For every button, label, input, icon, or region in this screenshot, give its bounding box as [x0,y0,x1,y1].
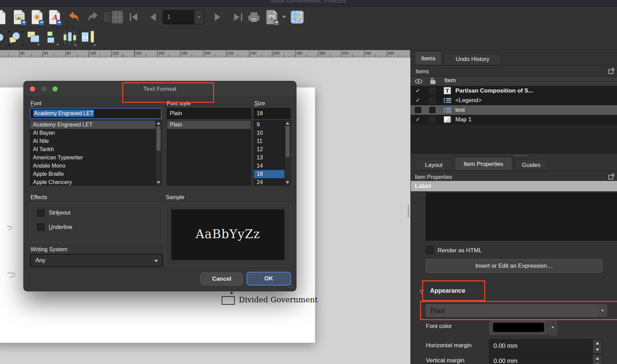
annotation-rect-appearance [422,280,485,301]
sample-preview: AaBbYyZz [171,209,284,260]
export-pdf-icon[interactable]: A [49,10,60,24]
legend-item-label: Divided Government [239,295,318,304]
font-list-item[interactable]: Al Nile [30,137,161,145]
export-layout-icon[interactable] [266,10,277,24]
image-emblem-icon [15,14,23,20]
distribute-items-icon[interactable] [63,31,79,47]
resize-items-icon[interactable] [82,31,97,47]
scrollbar-thumb[interactable] [156,126,161,151]
font-list-item[interactable]: Al Tarikh [30,145,161,154]
panel-splitter-handle[interactable] [514,155,529,156]
toolbar-separator-icon [104,12,109,22]
font-list-item[interactable]: Apple Braille [30,170,161,178]
page-number-dropdown[interactable] [194,10,204,24]
item-label: test [455,105,465,115]
item-row-test[interactable]: test [411,105,617,115]
first-feature-button[interactable] [130,10,141,24]
window-title: State Government Trifectas [0,0,617,4]
float-panel-icon[interactable] [608,69,613,74]
vertical-margin-label: Vertical margin [426,357,464,364]
export-dropdown-caret[interactable] [282,16,286,18]
font-color-swatch[interactable] [489,319,548,335]
tab-item-properties[interactable]: Item Properties [455,157,512,171]
page-number-value: 1 [167,14,170,21]
raise-items-icon[interactable] [27,32,42,47]
print-layout-icon[interactable] [248,12,259,23]
export-badge-icon [273,20,279,25]
horizontal-margin-label: Horizontal margin [426,342,472,349]
font-style-input[interactable]: Plain [167,108,251,119]
page-number-input[interactable]: 1 [163,10,205,24]
lock-checkbox[interactable] [429,107,435,113]
writing-system-dropdown[interactable]: Any [30,254,163,267]
print-icon-partial[interactable] [0,10,5,24]
font-list-item[interactable]: Apple Chancery [30,178,161,185]
lock-checkbox[interactable] [429,117,435,123]
visibility-checkbox[interactable]: ✓ [416,115,420,124]
lock-checkbox[interactable] [429,97,435,104]
font-style-list: Plain [167,120,251,185]
font-list-item[interactable]: American Typewriter [30,154,161,162]
redo-icon[interactable] [86,11,100,24]
item-row-partisan[interactable]: ✓ T Partisan Composition of S... [411,86,617,96]
font-list-item[interactable]: Andale Mono [30,162,161,170]
window-titlebar: State Government Trifectas [0,0,617,7]
font-list-scrollbar[interactable] [155,121,161,185]
float-panel-icon[interactable] [608,175,613,180]
sample-text: AaBbYyZz [171,227,284,241]
last-feature-button[interactable] [233,10,244,24]
undo-icon[interactable] [67,11,80,24]
previous-feature-button[interactable] [150,13,156,21]
vertical-margin-spinbox[interactable]: 0.00 mm [489,354,602,364]
page-fold-icon [2,10,5,13]
align-items-icon[interactable] [47,32,61,47]
render-as-html-checkbox[interactable] [426,246,433,254]
atlas-settings-icon[interactable] [112,11,123,24]
label-text-area[interactable] [426,193,617,241]
visibility-checkbox[interactable]: ✓ [416,96,420,105]
font-size-input[interactable]: 18 [254,108,291,119]
panel-splitter-handle[interactable] [408,205,409,217]
map-item-icon [444,116,451,123]
select-move-item-icon[interactable] [8,31,23,47]
visibility-checkbox[interactable]: ✓ [416,86,420,96]
tab-undo-history[interactable]: Undo History [444,53,501,65]
spin-up-icon [596,357,599,360]
tab-guides[interactable]: Guides [514,159,548,171]
export-badge-icon [21,20,26,25]
scroll-down-icon [286,181,289,184]
insert-expression-button[interactable]: Insert or Edit an Expression… [426,259,602,273]
ruler-label: 60 [44,51,48,55]
horizontal-margin-spinbox[interactable]: 0.00 mm [489,339,602,354]
font-style-list-item[interactable]: Plain [167,121,251,129]
label-section-header[interactable]: Label [411,181,617,191]
item-row-legend[interactable]: ✓ <Legend> [411,96,617,105]
font-list-item[interactable]: Academy Engraved LET [30,121,161,129]
export-image-icon[interactable] [14,10,25,24]
size-list-scrollbar[interactable] [284,121,290,185]
annotation-rect-text-format [122,82,214,103]
ok-button[interactable]: OK [246,272,291,286]
tab-items[interactable]: Items [415,51,442,65]
font-color-dropdown-button[interactable] [549,319,557,335]
spin-buttons[interactable] [592,355,602,364]
scrollbar-thumb[interactable] [286,126,290,157]
legend-swatch [222,296,235,305]
spin-buttons[interactable] [592,340,602,353]
tab-layout[interactable]: Layout [415,159,453,171]
strikeout-checkbox[interactable] [37,209,45,217]
item-row-map1[interactable]: ✓ Map 1 [411,115,617,124]
writing-system-value: Any [35,257,45,264]
next-feature-button[interactable] [215,13,220,21]
export-svg-icon[interactable]: ✳ [32,10,43,24]
ruler-label: 180 [181,51,187,55]
visibility-checkbox[interactable] [415,107,421,113]
layout-properties-icon[interactable] [291,11,304,24]
horizontal-ruler: 40 60 80 100 120 140 160 180 200 220 240… [0,50,410,58]
font-list-item[interactable]: Al Bayan [30,129,161,137]
font-name-input[interactable]: Academy Engraved LET [30,108,162,119]
underline-checkbox[interactable] [37,223,45,231]
edit-nodes-icon-partial[interactable] [0,34,3,41]
lock-checkbox[interactable] [429,88,435,94]
cancel-button[interactable]: Cancel [200,272,243,286]
